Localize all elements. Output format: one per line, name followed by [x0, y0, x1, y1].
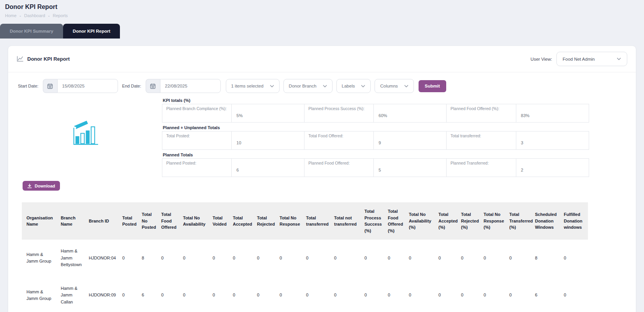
- table-cell: 0: [561, 240, 588, 277]
- column-header-total-food-offered: Total Food Offered (%): [385, 202, 406, 240]
- kpi-table-wrap: Organisation NameBranch NameBranch IDTot…: [22, 202, 636, 312]
- table-cell: 0: [254, 240, 276, 277]
- kpi-cell-label: Total transferred:: [447, 131, 516, 149]
- dropdown-label: Donor Branch: [289, 84, 317, 88]
- kpi-section-heading: KPI totals (%): [163, 98, 589, 103]
- table-cell: 0: [506, 277, 532, 312]
- kpi-cell-planned-branch-compliance: Planned Branch Compliance (%):5%: [162, 104, 304, 122]
- table-cell: Hamm & Jamm Group: [22, 240, 58, 277]
- dropdown-label: Columns: [380, 84, 398, 88]
- download-button[interactable]: Download: [23, 181, 60, 191]
- kpi-cell-value: 60%: [374, 104, 446, 122]
- dropdown-1-items-selected[interactable]: 1 items selected: [226, 79, 280, 93]
- dropdown-donor-branch[interactable]: Donor Branch: [283, 79, 333, 93]
- column-header-total-no-availability: Total No Availability (%): [406, 202, 435, 240]
- kpi-box: Planned Posted:6Planned Food Offered:5Pl…: [162, 158, 589, 177]
- start-date-input[interactable]: [57, 79, 118, 93]
- table-cell: 8: [532, 240, 561, 277]
- table-cell: 0: [331, 277, 361, 312]
- table-cell: 6: [139, 277, 158, 312]
- column-header-total-transferred: Total Transferred (%): [506, 202, 532, 240]
- table-cell: 0: [230, 277, 254, 312]
- column-header-branch-id: Branch ID: [86, 202, 119, 240]
- table-cell: 0: [119, 277, 139, 312]
- kpi-cell-label: Total Food Offered:: [304, 131, 374, 149]
- kpi-section-heading: Planned + Unplanned Totals: [163, 125, 589, 130]
- table-cell: 0: [209, 277, 230, 312]
- start-date-calendar-button[interactable]: [43, 79, 57, 93]
- kpi-cell-planned-food-offered: Planned Food Offered:5: [304, 159, 447, 177]
- table-cell: 0: [180, 240, 209, 277]
- column-header-total-no-posted: Total No Posted: [139, 202, 158, 240]
- table-cell: 6: [532, 277, 561, 312]
- kpi-cell-value: 3: [516, 131, 589, 149]
- table-cell: HJDONOR:04: [86, 240, 119, 277]
- user-view-select[interactable]: Food Net Admin: [556, 52, 627, 66]
- kpi-cell-label: Planned Transferred:: [447, 159, 516, 177]
- column-header-total-voided: Total Voided: [209, 202, 230, 240]
- table-header-row: Organisation NameBranch NameBranch IDTot…: [22, 202, 588, 240]
- end-date-calendar-button[interactable]: [146, 79, 160, 93]
- dropdown-label: Labels: [342, 84, 355, 88]
- column-header-total-accepted: Total Accepted (%): [435, 202, 458, 240]
- table-cell: 0: [331, 240, 361, 277]
- submit-button[interactable]: Submit: [419, 80, 446, 92]
- breadcrumb-item-home[interactable]: Home: [5, 13, 16, 18]
- calendar-icon: [150, 83, 156, 89]
- card-title-text: Donor KPI Report: [27, 56, 70, 62]
- table-cell: 0: [458, 240, 480, 277]
- column-header-total-posted: Total Posted: [119, 202, 139, 240]
- kpi-zone: KPI totals (%)Planned Branch Compliance …: [8, 98, 636, 180]
- breadcrumb-item-dashboard[interactable]: Dashboard: [24, 13, 45, 18]
- table-cell: 0: [385, 240, 406, 277]
- end-date-group: [146, 79, 221, 93]
- dropdown-columns[interactable]: Columns: [375, 79, 413, 93]
- tab-donor-kpi-report[interactable]: Donor KPI Report: [63, 24, 120, 39]
- kpi-cell-label: Planned Process Success (%):: [304, 104, 374, 122]
- kpi-cell-planned-transferred: Planned Transferred:2: [447, 159, 589, 177]
- start-date-group: [43, 79, 118, 93]
- table-cell: 0: [506, 240, 532, 277]
- table-cell: 0: [158, 240, 180, 277]
- table-cell: 0: [303, 240, 331, 277]
- column-header-total-accepted: Total Accepted: [230, 202, 254, 240]
- chevron-down-icon: [323, 85, 327, 88]
- kpi-cell-value: 6: [232, 159, 304, 177]
- kpi-cell-total-food-offered: Total Food Offered:9: [304, 131, 447, 149]
- table-cell: 0: [406, 277, 435, 312]
- user-view-value: Food Net Admin: [563, 57, 595, 61]
- column-header-total-not-transferred: Total not transferred: [331, 202, 361, 240]
- column-header-total-no-availability: Total No Availability: [180, 202, 209, 240]
- kpi-cell-planned-process-success: Planned Process Success (%):60%: [304, 104, 447, 122]
- table-cell: 0: [180, 277, 209, 312]
- breadcrumb: Home-Dashboard-Reports: [5, 13, 639, 18]
- kpi-section-kpi-totals: KPI totals (%)Planned Branch Compliance …: [162, 98, 589, 123]
- table-cell: Hamm & Jamm Bettystown: [58, 240, 86, 277]
- table-cell: 0: [158, 277, 180, 312]
- breadcrumb-separator: -: [19, 13, 21, 18]
- page-title: Donor KPI Report: [5, 4, 639, 11]
- kpi-cell-label: Total Posted:: [162, 131, 232, 149]
- filter-dropdowns: 1 items selectedDonor BranchLabelsColumn…: [226, 79, 414, 93]
- kpi-box: Total Posted:10Total Food Offered:9Total…: [162, 131, 589, 150]
- table-row: Hamm & Jamm GroupHamm & Jamm BettystownH…: [22, 240, 588, 277]
- breadcrumb-item-reports[interactable]: Reports: [53, 13, 68, 18]
- kpi-section-planned-unplanned-totals: Planned + Unplanned TotalsTotal Posted:1…: [162, 125, 589, 150]
- column-header-total-rejected: Total Rejected (%): [458, 202, 480, 240]
- chevron-down-icon: [617, 58, 621, 60]
- bar-chart-illustration: [72, 119, 99, 146]
- bar-chart-icon: [17, 56, 23, 62]
- kpi-section-heading: Planned Totals: [163, 152, 589, 157]
- table-cell: Hamm & Jamm Group: [22, 277, 58, 312]
- end-date-input[interactable]: [160, 79, 221, 93]
- table-cell: 0: [458, 277, 480, 312]
- kpi-cell-total-posted: Total Posted:10: [162, 131, 304, 149]
- user-view-label: User View:: [531, 57, 552, 61]
- column-header-total-food-offered: Total Food Offered: [158, 202, 180, 240]
- start-date-label: Start Date:: [18, 84, 39, 88]
- end-date-label: End Date:: [122, 84, 141, 88]
- kpi-cell-value: 5%: [232, 104, 304, 122]
- tab-donor-kpi-summary[interactable]: Donor KPI Summary: [0, 24, 63, 39]
- kpi-cell-value: 10: [232, 131, 304, 149]
- dropdown-labels[interactable]: Labels: [336, 79, 371, 93]
